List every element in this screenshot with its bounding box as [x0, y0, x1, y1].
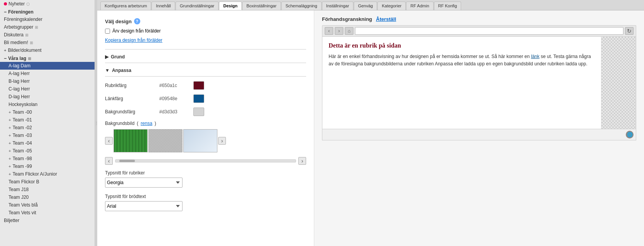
preview-reset-link[interactable]: Återställ [376, 16, 396, 22]
minus-icon: − [4, 56, 7, 61]
font-body-label: Typsnitt för brödtext [105, 194, 306, 199]
sidebar-item-label: Team Vets vit [9, 210, 36, 215]
sidebar-item-team-04[interactable]: + Team -04 [0, 139, 95, 147]
sidebar-item-team-05[interactable]: + Team -05 [0, 147, 95, 155]
sidebar-item-label: Team -05 [12, 148, 32, 154]
sidebar-item-label: Team J20 [9, 195, 29, 200]
sidebar-item-label: Team J18 [9, 187, 29, 192]
sidebar-item-team-vets-bla[interactable]: Team Vets blå [0, 201, 95, 209]
sidebar-item-label: Team -99 [12, 164, 32, 169]
sidebar-item-a-lag-herr[interactable]: A-lag Herr [0, 70, 95, 77]
sidebar-item-team-flickor-a-junior[interactable]: + Team Flickor A/Junior [0, 170, 95, 178]
browser-bar: ‹ › ⌂ ↻ [322, 25, 636, 36]
browser-refresh-button[interactable]: ↻ [625, 27, 634, 35]
sidebar-item-team-vets-vit[interactable]: Team Vets vit [0, 209, 95, 217]
external-icon: ⊞ [30, 41, 33, 45]
preview-main-area: Detta är en rubrik på sidan Här är en en… [322, 37, 601, 129]
inherit-design-checkbox[interactable] [105, 29, 110, 34]
triangle-down-icon: ▼ [105, 68, 110, 73]
lankfarg-swatch[interactable] [193, 94, 204, 103]
sidebar-item-team-00[interactable]: + Team -00 [0, 108, 95, 116]
tab-kategorier[interactable]: Kategorier [377, 2, 406, 10]
sidebar-item-label: Biljetter [4, 218, 19, 223]
plus-icon: + [9, 156, 11, 161]
tab-innehall[interactable]: Innehåll [152, 2, 175, 10]
sidebar-item-team-j18[interactable]: Team J18 [0, 186, 95, 193]
bakgrundsfarg-swatch[interactable] [193, 108, 204, 116]
font-heading-label: Typsnitt för rubriker [105, 170, 306, 176]
bg-thumb-grass[interactable] [114, 129, 148, 152]
plus-icon: + [4, 48, 6, 53]
bg-thumb-gravel[interactable] [148, 129, 183, 152]
scroll-prev[interactable]: ‹ [105, 157, 113, 165]
sidebar-item-biljetter[interactable]: Biljetter [0, 217, 95, 224]
sidebar-item-label: Hockeyskolan [9, 102, 38, 107]
plus-icon: + [9, 164, 11, 169]
scroll-next[interactable]: › [298, 157, 306, 165]
reset-bg-link[interactable]: rensa [141, 121, 152, 126]
tab-grundinstallningar[interactable]: Grundinställningar [176, 2, 219, 10]
background-label: Bakgrundsbild [105, 121, 134, 126]
sidebar-item-d-lag-herr[interactable]: D-lag Herr [0, 93, 95, 101]
sidebar-item-team-flickor-b[interactable]: Team Flickor B [0, 178, 95, 186]
sidebar-item-vara-lag[interactable]: − Våra lag ⊞ [0, 54, 95, 62]
tab-rf-admin[interactable]: RF Admin [406, 2, 433, 10]
browser-home-button[interactable]: ⌂ [345, 27, 353, 35]
sidebar-item-label: Diskutera [4, 32, 24, 38]
background-images-row: ‹ › [105, 129, 306, 152]
browser-url-input[interactable] [355, 27, 623, 35]
browser-back-button[interactable]: ‹ [325, 27, 333, 35]
lankfarg-hex: #09548e [159, 96, 190, 101]
preview-content: Detta är en rubrik på sidan Här är en en… [322, 36, 636, 129]
browser-forward-button[interactable]: › [335, 27, 343, 35]
font-heading-select[interactable]: Georgia Arial Times New Roman Verdana [105, 178, 183, 188]
tab-rf-konfig[interactable]: RF Konfig [434, 2, 461, 10]
sidebar-item-label: Team -01 [12, 117, 32, 123]
tab-schemaläggning[interactable]: Schemaläggning [281, 2, 322, 10]
rubrikfarg-swatch[interactable] [193, 81, 204, 90]
plus-icon: + [9, 118, 11, 122]
sidebar-item-nyheter[interactable]: Nyheter ⬡ [0, 0, 95, 8]
sidebar-item-hockeyskolan[interactable]: Hockeyskolan [0, 101, 95, 108]
sidebar-item-label: Arbetsgrupper [4, 24, 33, 30]
sidebar-item-team-02[interactable]: + Team -02 [0, 124, 95, 132]
sidebar-item-label: Föreningen [8, 9, 33, 15]
sidebar-item-foreningen[interactable]: − Föreningen [0, 8, 95, 15]
font-body-select[interactable]: Georgia Arial Times New Roman Verdana [105, 201, 183, 211]
sidebar-item-c-lag-herr[interactable]: C-lag Herr [0, 85, 95, 93]
external-icon: ⊞ [25, 33, 28, 37]
bg-next-button[interactable]: › [218, 137, 226, 145]
lankfarg-label: Länkfärg [105, 96, 159, 101]
sidebar-item-arbetsgrupper[interactable]: Arbetsgrupper ⊞ [0, 23, 95, 31]
copy-design-link[interactable]: Kopiera design från förälder [105, 38, 306, 43]
sidebar-item-label: C-lag Herr [9, 86, 30, 92]
sidebar-item-label: B-lag Herr [9, 79, 30, 84]
sidebar-item-a-lag-dam[interactable]: A-lag Dam [0, 62, 95, 70]
sidebar-item-b-lag-herr[interactable]: B-lag Herr [0, 77, 95, 85]
sidebar-item-team-01[interactable]: + Team -01 [0, 116, 95, 124]
sidebar-item-bli-medlem[interactable]: Bli medlem! ⊞ [0, 39, 95, 46]
globe-icon[interactable]: 🌐 [626, 131, 634, 138]
anpassa-toggle[interactable]: ▼ Anpassa [105, 68, 306, 73]
tab-design[interactable]: Design [219, 2, 242, 10]
tab-boxinstallningar[interactable]: Boxinställningar [242, 2, 281, 10]
minus-icon: − [4, 9, 7, 15]
tab-installningar[interactable]: Inställningar [322, 2, 353, 10]
sidebar-item-foreningskalender[interactable]: Föreningskalender [0, 15, 95, 23]
sidebar-item-diskutera[interactable]: Diskutera ⊞ [0, 31, 95, 39]
sidebar-item-team-98[interactable]: + Team -98 [0, 155, 95, 162]
sidebar-item-team-j20[interactable]: Team J20 [0, 193, 95, 201]
grund-toggle[interactable]: ▶ Grund [105, 54, 306, 60]
scroll-thumb [119, 160, 135, 162]
tab-genvag[interactable]: Genväg [354, 2, 377, 10]
sidebar-item-team-03[interactable]: + Team -03 [0, 132, 95, 139]
sidebar-item-label: Team -00 [12, 109, 32, 115]
sidebar-item-bilder-dokument[interactable]: + Bilder/dokument [0, 46, 95, 54]
sidebar-item-team-99[interactable]: + Team -99 [0, 162, 95, 170]
sidebar-item-label: Bli medlem! [4, 40, 28, 45]
tab-konfigurera[interactable]: Konfigurera arbetsrum [100, 2, 151, 10]
bg-thumb-lightblue[interactable] [183, 129, 217, 152]
info-icon[interactable]: ? [134, 18, 140, 24]
bg-prev-button[interactable]: ‹ [105, 137, 113, 145]
section-title: Välj design [105, 19, 132, 24]
